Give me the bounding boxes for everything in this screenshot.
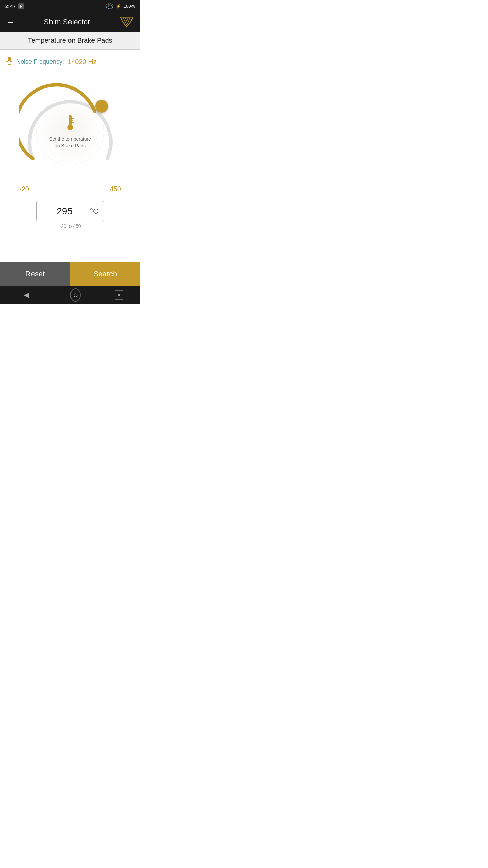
- app-header: ← Shim Selector: [0, 12, 140, 32]
- temp-unit: °C: [90, 207, 98, 216]
- status-left: 2:47 P: [5, 3, 24, 9]
- temp-value: 295: [42, 206, 87, 217]
- header-title: Shim Selector: [15, 18, 119, 26]
- svg-rect-5: [8, 57, 11, 61]
- noise-label: Noise Frequency:: [16, 58, 64, 65]
- dial-center-text: Set the temperature on Brake Pads: [49, 136, 91, 149]
- range-max: 450: [110, 185, 121, 193]
- dial-handle[interactable]: [95, 100, 108, 113]
- p-icon: P: [18, 3, 24, 9]
- sub-header: Temperature on Brake Pads: [0, 32, 140, 50]
- battery-percent: 100%: [124, 4, 135, 9]
- home-nav-button[interactable]: ○: [70, 288, 81, 302]
- recents-nav-button[interactable]: ▪: [115, 290, 123, 300]
- temp-value-box[interactable]: 295 °C: [36, 201, 104, 221]
- range-min: -20: [19, 185, 29, 193]
- svg-rect-8: [69, 115, 72, 125]
- vibrate-icon: 📳: [106, 3, 113, 9]
- logo-icon: [119, 16, 134, 28]
- noise-value: 14020 Hz: [67, 58, 97, 66]
- status-right: 📳 ⚡ 100%: [106, 3, 135, 9]
- battery-icon: ⚡: [116, 4, 121, 9]
- action-button-row: Reset Search: [0, 262, 140, 286]
- thermometer-icon: [63, 114, 78, 133]
- temp-range-hint: -20 to 450: [59, 223, 81, 229]
- spacer: [5, 229, 135, 262]
- status-time: 2:47: [5, 3, 16, 9]
- range-row: -20 450: [19, 185, 121, 193]
- back-button[interactable]: ←: [6, 18, 15, 26]
- sub-header-title: Temperature on Brake Pads: [28, 37, 112, 44]
- main-content: Noise Frequency: 14020 Hz: [0, 50, 140, 262]
- reset-button[interactable]: Reset: [0, 262, 70, 286]
- dial-center: Set the temperature on Brake Pads: [49, 114, 91, 149]
- search-button[interactable]: Search: [70, 262, 140, 286]
- status-bar: 2:47 P 📳 ⚡ 100%: [0, 0, 140, 12]
- bottom-nav: ◀ ○ ▪: [0, 286, 140, 304]
- dial-wrapper[interactable]: Set the temperature on Brake Pads: [19, 81, 121, 182]
- temp-input-container: 295 °C -20 to 450: [36, 201, 104, 229]
- noise-frequency-row: Noise Frequency: 14020 Hz: [5, 56, 135, 67]
- svg-point-9: [67, 124, 73, 130]
- temp-input-box: 295 °C -20 to 450: [36, 201, 104, 229]
- temperature-dial[interactable]: Set the temperature on Brake Pads -20 45…: [5, 81, 135, 229]
- microphone-icon: [5, 56, 13, 67]
- back-nav-button[interactable]: ◀: [17, 288, 36, 302]
- svg-marker-2: [125, 17, 128, 21]
